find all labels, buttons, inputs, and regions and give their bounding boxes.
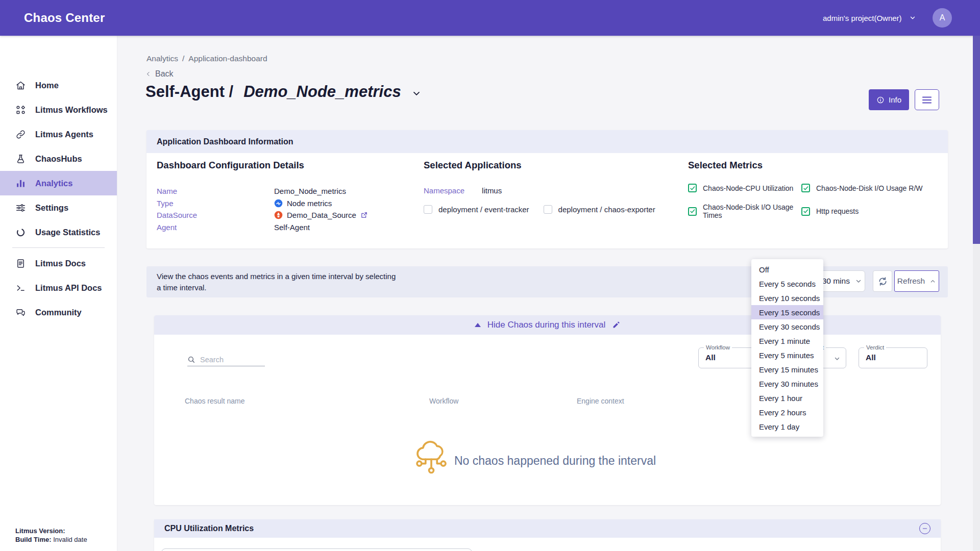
chevron-down-icon	[855, 278, 862, 285]
metric-option-label: Http requests	[816, 207, 859, 215]
sidebar-item-community[interactable]: Community	[0, 300, 117, 324]
cpu-chart-placeholder	[161, 548, 472, 551]
sidebar-item-label: Settings	[35, 203, 68, 213]
refresh-option-selected[interactable]: Every 15 seconds	[751, 305, 823, 319]
avatar-initial: A	[940, 13, 945, 22]
terminal-icon	[15, 283, 26, 293]
search-input[interactable]	[200, 356, 261, 364]
type-value: Node metrics	[287, 199, 332, 208]
refresh-option[interactable]: Every 10 seconds	[751, 291, 823, 305]
refresh-option[interactable]: Every 15 minutes	[751, 362, 823, 377]
sidebar-item-usage-statistics[interactable]: Usage Statistics	[0, 220, 117, 244]
refresh-option[interactable]: Every 2 hours	[751, 405, 823, 419]
namespace-value: litmus	[482, 186, 502, 195]
refresh-option[interactable]: Every 30 minutes	[751, 377, 823, 391]
refresh-option[interactable]: Every 5 minutes	[751, 348, 823, 362]
sidebar-item-litmus-workflows[interactable]: Litmus Workflows	[0, 97, 117, 122]
sidebar-item-litmus-api-docs[interactable]: Litmus API Docs	[0, 276, 117, 300]
sidebar-item-label: Community	[35, 308, 82, 317]
info-button-label: Info	[889, 95, 901, 104]
main-content: Analytics / Application-dashboard Back S…	[117, 36, 980, 551]
breadcrumb: Analytics / Application-dashboard	[146, 54, 267, 63]
metric-option-label: Chaos-Node-CPU Utilization	[703, 184, 793, 192]
config-row-agent: Agent Self-Agent	[157, 221, 368, 234]
refresh-option[interactable]: Off	[751, 262, 823, 277]
configuration-title: Dashboard Configuration Details	[157, 160, 368, 171]
checkbox-checked[interactable]	[801, 184, 810, 192]
back-label: Back	[155, 69, 174, 79]
sliders-icon	[15, 203, 26, 213]
project-selector[interactable]: admin's project(Owner)	[823, 0, 916, 36]
page-scrollbar[interactable]	[973, 36, 980, 551]
workflow-filter-value: All	[705, 353, 716, 362]
avatar[interactable]: A	[933, 8, 952, 28]
scrollbar-thumb[interactable]	[973, 36, 980, 244]
refresh-now-button[interactable]	[873, 270, 892, 292]
back-button[interactable]: Back	[145, 69, 174, 79]
config-row-name: Name Demo_Node_metrics	[157, 185, 368, 197]
verdict-filter[interactable]: Verdict All	[859, 347, 927, 368]
chevron-up-icon	[929, 278, 936, 285]
time-interval-section: View the chaos events and metrics in a g…	[146, 266, 948, 297]
sidebar-item-litmus-agents[interactable]: Litmus Agents	[0, 122, 117, 146]
verdict-filter-value: All	[866, 353, 876, 362]
agent-value: Self-Agent	[274, 223, 310, 232]
workflows-icon	[15, 105, 26, 115]
dashboard-menu-button[interactable]	[915, 89, 939, 110]
sidebar-item-chaoshubs[interactable]: ChaosHubs	[0, 146, 117, 171]
external-link-icon[interactable]	[360, 211, 368, 219]
chevron-down-icon	[909, 14, 916, 21]
prometheus-icon	[274, 211, 283, 219]
build-info: Litmus Version: Build Time: Invalid date	[15, 527, 87, 544]
build-time-value: Invalid date	[53, 536, 87, 543]
breadcrumb-application-dashboard[interactable]: Application-dashboard	[188, 54, 267, 63]
sidebar: Home Litmus Workflows Litmus Agents Chao…	[0, 36, 117, 551]
refresh-option[interactable]: Every 1 minute	[751, 334, 823, 348]
node-metrics-icon	[274, 199, 283, 208]
selected-metrics: Selected Metrics Chaos-Node-CPU Utilizat…	[688, 160, 923, 219]
title-dashboard-name: Demo_Node_metrics	[243, 83, 401, 101]
refresh-rate-menu: Off Every 5 seconds Every 10 seconds Eve…	[751, 259, 823, 437]
refresh-option[interactable]: Every 1 hour	[751, 391, 823, 405]
title-agent: Self-Agent /	[145, 83, 233, 101]
litmus-version-label: Litmus Version:	[15, 527, 65, 535]
checkbox-checked[interactable]	[688, 207, 697, 216]
refresh-rate-label: Refresh	[897, 277, 925, 286]
refresh-option[interactable]: Every 30 seconds	[751, 319, 823, 334]
application-option-label: deployment / event-tracker	[438, 205, 529, 214]
refresh-rate-button[interactable]: Refresh	[894, 270, 939, 292]
info-button[interactable]: Info	[869, 89, 909, 110]
agent-label: Agent	[157, 223, 274, 232]
checkbox-unchecked[interactable]	[424, 205, 432, 214]
document-icon	[15, 258, 26, 269]
title-chevron-down-icon[interactable]	[411, 88, 422, 98]
cpu-section-title: CPU Utilization Metrics	[164, 524, 254, 533]
search-field	[187, 353, 265, 366]
checkbox-checked[interactable]	[688, 184, 697, 192]
config-row-type: Type Node metrics	[157, 197, 368, 210]
refresh-option[interactable]: Every 1 day	[751, 419, 823, 434]
link-icon	[15, 129, 26, 140]
breadcrumb-analytics[interactable]: Analytics	[146, 54, 178, 63]
type-label: Type	[157, 199, 274, 208]
project-label: admin's project(Owner)	[823, 14, 902, 22]
sidebar-item-home[interactable]: Home	[0, 73, 117, 97]
name-label: Name	[157, 187, 274, 195]
checkbox-checked[interactable]	[801, 207, 810, 216]
applications-title: Selected Applications	[424, 160, 655, 171]
chevron-left-icon	[145, 70, 152, 78]
sidebar-item-analytics[interactable]: Analytics	[0, 171, 117, 195]
edit-pencil-icon[interactable]	[612, 321, 620, 329]
sidebar-item-label: Usage Statistics	[35, 228, 100, 237]
sidebar-item-label: Litmus Docs	[35, 259, 86, 268]
sidebar-item-litmus-docs[interactable]: Litmus Docs	[0, 251, 117, 276]
collapse-minus-icon[interactable]	[919, 523, 930, 534]
sidebar-item-settings[interactable]: Settings	[0, 195, 117, 220]
application-dashboard-information-panel: Application Dashboard Information Dashbo…	[146, 130, 948, 248]
app-title: Chaos Center	[24, 0, 105, 36]
metric-option-label: Chaos-Node-Disk I/O Usage R/W	[816, 184, 923, 192]
top-bar: Chaos Center admin's project(Owner) A	[0, 0, 980, 36]
refresh-option[interactable]: Every 5 seconds	[751, 277, 823, 291]
checkbox-unchecked[interactable]	[544, 205, 552, 214]
hamburger-icon	[922, 96, 932, 104]
